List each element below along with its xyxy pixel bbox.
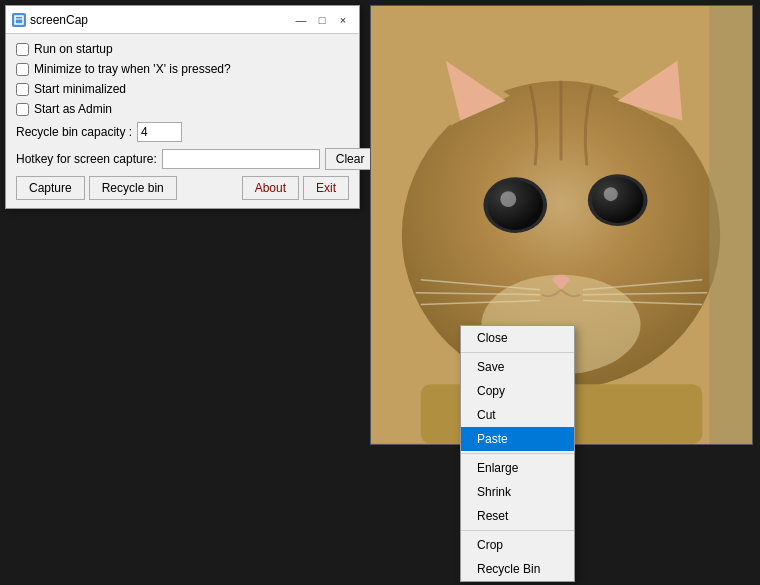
run-startup-label: Run on startup	[34, 42, 113, 56]
menu-item-paste[interactable]: Paste	[461, 427, 574, 451]
button-row: Capture Recycle bin About Exit	[16, 176, 349, 200]
start-admin-checkbox[interactable]	[16, 103, 29, 116]
minimize-tray-checkbox[interactable]	[16, 63, 29, 76]
svg-rect-22	[709, 6, 752, 444]
menu-item-enlarge[interactable]: Enlarge	[461, 456, 574, 480]
clear-button[interactable]: Clear	[325, 148, 376, 170]
menu-item-shrink[interactable]: Shrink	[461, 480, 574, 504]
minimize-tray-label: Minimize to tray when 'X' is pressed?	[34, 62, 231, 76]
hotkey-row: Hotkey for screen capture: Clear	[16, 148, 349, 170]
about-button[interactable]: About	[242, 176, 299, 200]
checkbox-start-minimized: Start minimalized	[16, 82, 349, 96]
app-window: screenCap — □ × Run on startup Minimize …	[5, 5, 360, 209]
exit-button[interactable]: Exit	[303, 176, 349, 200]
capture-button[interactable]: Capture	[16, 176, 85, 200]
right-buttons: About Exit	[242, 176, 349, 200]
menu-item-recycle-bin[interactable]: Recycle Bin	[461, 557, 574, 581]
app-content: Run on startup Minimize to tray when 'X'…	[6, 34, 359, 208]
context-menu: Close Save Copy Cut Paste Enlarge Shrink…	[460, 325, 575, 582]
app-icon	[12, 13, 26, 27]
svg-point-13	[604, 187, 618, 201]
menu-item-copy[interactable]: Copy	[461, 379, 574, 403]
run-startup-checkbox[interactable]	[16, 43, 29, 56]
checkbox-start-admin: Start as Admin	[16, 102, 349, 116]
menu-item-crop[interactable]: Crop	[461, 533, 574, 557]
close-button[interactable]: ×	[333, 11, 353, 29]
start-minimized-label: Start minimalized	[34, 82, 126, 96]
menu-separator-1	[461, 352, 574, 353]
menu-item-cut[interactable]: Cut	[461, 403, 574, 427]
checkbox-run-startup: Run on startup	[16, 42, 349, 56]
svg-point-9	[487, 180, 543, 230]
title-bar-left: screenCap	[12, 13, 88, 27]
hotkey-label: Hotkey for screen capture:	[16, 152, 157, 166]
start-admin-label: Start as Admin	[34, 102, 112, 116]
svg-point-10	[500, 191, 516, 207]
maximize-button[interactable]: □	[312, 11, 332, 29]
menu-item-reset[interactable]: Reset	[461, 504, 574, 528]
menu-separator-2	[461, 453, 574, 454]
menu-separator-3	[461, 530, 574, 531]
recycle-bin-capacity-input[interactable]	[137, 122, 182, 142]
title-bar: screenCap — □ ×	[6, 6, 359, 34]
recycle-bin-button[interactable]: Recycle bin	[89, 176, 177, 200]
menu-item-close[interactable]: Close	[461, 326, 574, 350]
svg-rect-0	[15, 16, 23, 24]
checkbox-minimize-tray: Minimize to tray when 'X' is pressed?	[16, 62, 349, 76]
svg-point-12	[592, 177, 644, 223]
start-minimized-checkbox[interactable]	[16, 83, 29, 96]
recycle-bin-capacity-label: Recycle bin capacity :	[16, 125, 132, 139]
recycle-bin-capacity-row: Recycle bin capacity :	[16, 122, 349, 142]
minimize-button[interactable]: —	[291, 11, 311, 29]
hotkey-input[interactable]	[162, 149, 320, 169]
app-title: screenCap	[30, 13, 88, 27]
title-bar-controls: — □ ×	[291, 11, 353, 29]
menu-item-save[interactable]: Save	[461, 355, 574, 379]
